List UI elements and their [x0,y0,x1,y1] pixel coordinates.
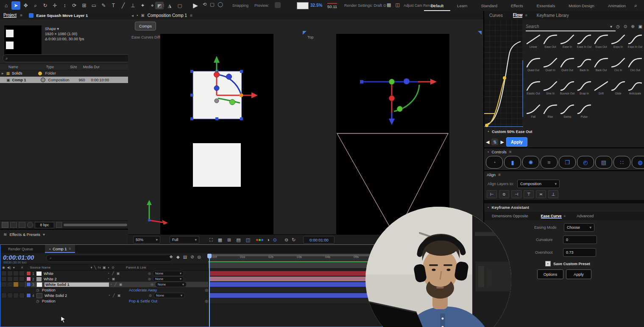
flow-header-icon[interactable]: ▾ [610,24,612,29]
script-button[interactable]: ∷ [613,156,630,169]
col-duration[interactable]: Media Dur [83,65,100,69]
flow-preset[interactable]: Sine In [542,80,559,103]
script-button[interactable]: ▮ [504,156,521,169]
script-button[interactable]: ✺ [522,156,539,169]
viewport-right[interactable] [336,34,449,235]
viewer-icon[interactable]: ⛶ [209,237,213,243]
layer-name[interactable]: White 2 [44,277,107,281]
tab-comp1[interactable]: ▪ Comp 1 ≡ [45,245,75,253]
parent-dropdown[interactable]: None▾ [153,293,185,298]
tool-icon[interactable]: ⊥ [128,1,137,10]
flow-preset[interactable]: Quint Out [559,57,576,80]
new-comp-icon[interactable] [10,222,17,228]
parent-dropdown[interactable]: None▾ [153,276,184,282]
save-preset-checkbox[interactable]: ▪ [545,261,551,266]
tool-icon[interactable]: ⟳ [70,1,79,10]
pickwhip-icon[interactable]: ◎ [148,272,151,275]
pickwhip-icon[interactable]: ◎ [148,277,151,281]
toolbar-icon[interactable]: ◫ [395,2,399,8]
flow-preset[interactable]: Expo Out [593,34,610,56]
viewport-left[interactable] [160,34,273,235]
project-search-input[interactable]: ⌕ [3,54,131,62]
tab-flow[interactable]: Flow [513,13,523,18]
visibility-toggle[interactable] [1,293,7,298]
workspace-tab[interactable]: Standard [474,0,504,11]
layer-row-3-selected[interactable]: 3 White Solid 1 ◔ ╱ ▣ ◎ None▾ [0,282,208,287]
next-preset-icon[interactable]: ▶ [500,139,504,145]
layer-switches[interactable]: ◔ ╱ ▣ [110,283,151,286]
timeline-icon[interactable]: ◆ [176,255,180,259]
exposure-icon[interactable]: ◑ [267,237,270,242]
timeline-icon[interactable]: ◎ [198,255,201,259]
visibility-toggle[interactable] [1,282,7,287]
lock-toggle[interactable] [19,282,25,287]
flow-preset[interactable]: Ease In [559,34,576,56]
tool-icon[interactable]: ➤ [11,1,20,10]
tool-icon[interactable]: ✎ [99,1,108,10]
keyframe-nav-icon[interactable]: ◎ [205,288,208,292]
workspace-tab[interactable]: Learn [450,0,474,11]
tab-curves[interactable]: Curves [489,13,503,18]
col-size[interactable]: Size [70,65,77,69]
viewer-tab-label[interactable]: Composition Comp 1 [148,13,187,18]
tab-render-queue[interactable]: Render Queue [8,247,33,251]
viewer-icon[interactable]: ▦ [218,237,222,243]
flow-preset[interactable]: Expo In Out [627,34,644,56]
tool-icon[interactable]: ↻ [41,1,50,10]
layer-row-4[interactable]: 4 White Solid 2 ◔ ╱ ▣ ◎ None▾ [0,293,208,298]
label-chip[interactable] [26,293,31,298]
pickwhip-icon[interactable]: ◎ [151,283,153,286]
parent-dropdown[interactable]: None▾ [153,271,184,276]
workspace-tab[interactable]: Effects [504,0,530,11]
label-chip[interactable] [26,282,31,287]
lock-toggle[interactable] [19,293,25,298]
bit-depth-badge[interactable]: 8 bpc [35,222,54,228]
layer-switches[interactable]: ◔ ╱ ▣ [107,272,148,275]
current-timecode[interactable]: 0:00:01:00 [3,254,34,261]
viewer-icon[interactable]: ◫ [246,237,250,243]
script-button[interactable]: ❒ [559,156,576,169]
horizontal-scrollbar[interactable] [64,224,127,226]
workspace-search-icon[interactable]: ⌕ [634,3,637,8]
solo-toggle[interactable] [13,271,19,276]
flow-preset[interactable]: Ease Out [542,34,559,56]
back-icon[interactable]: ◂ [131,13,134,18]
flow-apply-button[interactable]: Apply [506,137,527,147]
timeline-search-input[interactable]: ⌕ [46,255,173,262]
layer-name[interactable]: White [44,272,107,276]
script-button[interactable]: ▤ [595,156,612,169]
align-button[interactable]: ⊣ [511,190,521,198]
tool-icon[interactable]: ⊞ [80,1,89,10]
mode-icon[interactable]: ◩ [155,2,164,9]
flow-preset[interactable]: Bounce Out [559,80,576,103]
col-name[interactable]: Name [8,65,18,69]
project-row-comp1[interactable]: ▣ Comp 1 Composition 960 0:00:10:00 [0,77,128,83]
tab-ease-curve[interactable]: Ease Curve [541,214,562,219]
lock-toggle[interactable] [19,271,25,276]
flow-header-icon[interactable]: ▣ [638,24,642,29]
align-button[interactable]: ≍ [536,190,546,198]
flow-preset[interactable]: Elastic Out [525,80,542,103]
ease-apply-button[interactable]: Apply [566,269,591,279]
flow-preset[interactable]: Snap In [576,80,593,103]
label-chip[interactable] [26,277,31,281]
layer-row-1[interactable]: 1 White ◔ ╱ ▣ ◎ None▾ [0,271,208,276]
twirl-icon[interactable]: ▸ [2,71,4,75]
chevron-down-icon[interactable]: ▾ [43,232,45,237]
property-row-position-2[interactable]: ◷ Position Pop & Settle Out ◎ [0,298,208,304]
flow-preset[interactable]: Linear [525,34,542,56]
align-button[interactable]: ⊥ [548,190,558,198]
mode-icon[interactable]: ▢ [176,2,184,9]
panel-menu-icon[interactable]: ≡ [498,172,501,177]
flow-search-input[interactable]: Search [526,24,539,29]
channel-rgb-icon[interactable] [256,239,263,241]
audio-toggle[interactable] [7,271,13,276]
tab-keyframe-library[interactable]: Keyframe Library [537,13,569,18]
property-name[interactable]: Position [42,288,92,292]
flow-header-icon[interactable]: ⊙ [624,24,627,29]
tool-icon[interactable]: ✥ [21,1,30,10]
panel-menu-icon[interactable]: ≡ [525,13,527,17]
property-name[interactable]: Position [42,299,92,303]
align-button[interactable]: ⊢ [487,190,497,198]
curvature-input[interactable]: 0 [563,236,597,244]
